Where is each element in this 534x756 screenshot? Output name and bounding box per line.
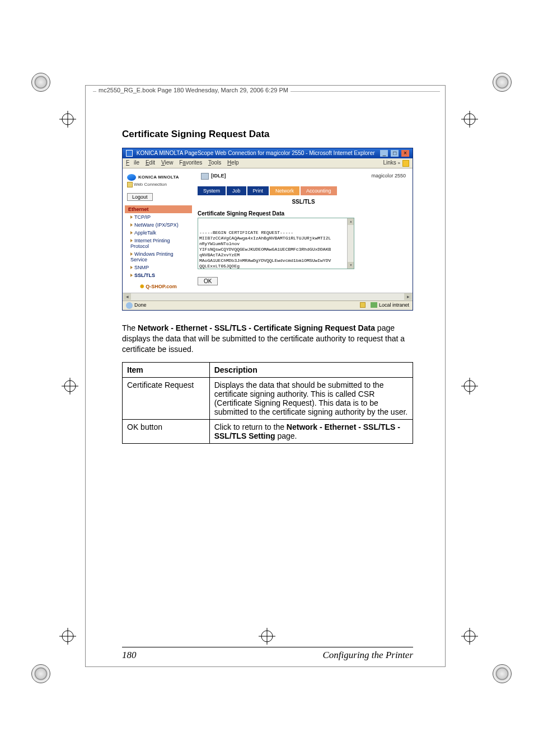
scroll-right-icon[interactable]: ▸ xyxy=(404,293,412,300)
menu-tools[interactable]: Tools xyxy=(208,159,221,166)
tab-print[interactable]: Print xyxy=(247,186,269,195)
browser-statusbar: Done Local intranet xyxy=(123,300,413,310)
globe-icon xyxy=(126,302,133,309)
csr-heading: Certificate Signing Request Data xyxy=(198,210,409,217)
sidebar-item-appletalk[interactable]: AppleTalk xyxy=(125,229,192,237)
status-zone: Local intranet xyxy=(360,302,409,309)
triangle-icon xyxy=(130,274,133,277)
table-row: Certificate Request Displays the data th… xyxy=(123,378,413,420)
printer-icon xyxy=(201,173,209,180)
pagescope-label: Web Connection xyxy=(127,182,192,187)
crop-mark-icon xyxy=(31,73,50,92)
ok-button[interactable]: OK xyxy=(198,277,218,285)
scrollbar[interactable]: ▴ ▾ xyxy=(347,218,354,269)
maximize-button[interactable]: □ xyxy=(391,150,399,157)
registration-mark-icon xyxy=(461,378,478,395)
menu-file[interactable]: File xyxy=(126,159,139,166)
sidebar-item-tcpip[interactable]: TCP/IP xyxy=(125,213,192,221)
cell-desc: Displays the data that should be submitt… xyxy=(209,378,413,420)
scroll-left-icon[interactable]: ◂ xyxy=(123,293,131,300)
footer-title: Configuring the Printer xyxy=(323,650,414,661)
top-tabs: System Job Print Network Accounting xyxy=(198,186,409,195)
tab-accounting[interactable]: Accounting xyxy=(301,186,337,195)
triangle-icon xyxy=(130,215,133,219)
csr-text: -----BEGIN CERTIFICATE REQUEST----- MIIB… xyxy=(199,230,353,269)
csr-textarea[interactable]: -----BEGIN CERTIFICATE REQUEST----- MIIB… xyxy=(198,218,354,269)
section-heading: Certificate Signing Request Data xyxy=(122,129,413,140)
triangle-icon xyxy=(130,231,133,234)
cell-item: OK button xyxy=(123,420,210,444)
crop-mark-icon xyxy=(31,664,50,683)
close-button[interactable]: × xyxy=(401,150,409,157)
links-bar[interactable]: Links » xyxy=(383,159,409,166)
konica-minolta-logo: KONICA MINOLTA xyxy=(127,174,192,181)
description-paragraph: The Network - Ethernet - SSL/TLS - Certi… xyxy=(122,323,413,355)
browser-window: KONICA MINOLTA PageScope Web Connection … xyxy=(122,148,413,311)
sidebar-item-ipp[interactable]: Internet Printing Protocol xyxy=(125,237,192,250)
tab-system[interactable]: System xyxy=(198,186,226,195)
triangle-icon xyxy=(130,266,133,269)
triangle-icon xyxy=(130,223,133,227)
lock-icon xyxy=(360,302,366,308)
sidebar-item-netware[interactable]: NetWare (IPX/SPX) xyxy=(125,221,192,229)
page-footer: 180 Configuring the Printer xyxy=(122,647,413,661)
window-titlebar: KONICA MINOLTA PageScope Web Connection … xyxy=(123,148,413,158)
horizontal-scrollbar[interactable]: ◂ ▸ xyxy=(123,293,413,300)
table-row: OK button Click to return to the Network… xyxy=(123,420,413,444)
spec-table: Item Description Certificate Request Dis… xyxy=(122,362,413,444)
qshop-link[interactable]: ✺Q-SHOP.com xyxy=(125,284,192,289)
page-subtitle: SSL/TLS xyxy=(198,199,409,205)
tab-job[interactable]: Job xyxy=(227,186,246,195)
window-buttons: _ □ × xyxy=(379,150,409,157)
minimize-button[interactable]: _ xyxy=(380,150,388,157)
triangle-icon xyxy=(130,239,133,242)
col-description: Description xyxy=(209,363,413,378)
intranet-icon xyxy=(371,302,377,308)
menu-view[interactable]: View xyxy=(161,159,174,166)
running-header: mc2550_RG_E.book Page 180 Wednesday, Mar… xyxy=(96,87,291,93)
registration-mark-icon xyxy=(461,111,478,129)
scroll-up-icon[interactable]: ▴ xyxy=(348,218,354,225)
menu-help[interactable]: Help xyxy=(227,159,239,166)
table-header-row: Item Description xyxy=(123,363,413,378)
sidebar-item-winprint[interactable]: Windows Printing Service xyxy=(125,250,192,264)
crop-mark-icon xyxy=(493,73,512,92)
registration-mark-icon xyxy=(461,628,478,646)
registration-mark-icon xyxy=(62,378,78,395)
page-number: 180 xyxy=(122,650,137,661)
col-item: Item xyxy=(123,363,210,378)
printer-model: magicolor 2550 xyxy=(371,173,406,180)
links-icon xyxy=(402,160,409,167)
sidebar: KONICA MINOLTA Web Connection Logout Eth… xyxy=(123,168,194,293)
cell-item: Certificate Request xyxy=(123,378,210,420)
window-title: KONICA MINOLTA PageScope Web Connection … xyxy=(126,150,375,157)
crop-mark-icon xyxy=(493,664,512,683)
menu-edit[interactable]: Edit xyxy=(146,159,155,166)
side-nav: Ethernet TCP/IP NetWare (IPX/SPX) AppleT… xyxy=(125,205,192,279)
status-done: Done xyxy=(126,302,147,309)
sidebar-header-ethernet: Ethernet xyxy=(125,205,192,213)
tab-network[interactable]: Network xyxy=(270,186,299,195)
registration-mark-icon xyxy=(59,628,76,646)
scroll-down-icon[interactable]: ▾ xyxy=(348,262,354,269)
browser-menubar: File Edit View Favorites Tools Help Link… xyxy=(123,158,413,168)
registration-mark-icon xyxy=(59,111,76,128)
pagescope-icon xyxy=(127,182,133,187)
logo-icon xyxy=(127,174,136,181)
menu-favorites[interactable]: Favorites xyxy=(179,159,202,166)
cell-desc: Click to return to the Network - Etherne… xyxy=(209,420,413,444)
main-panel: [IDLE] magicolor 2550 System Job Print N… xyxy=(194,168,413,293)
triangle-icon xyxy=(130,252,133,256)
printer-status: [IDLE] xyxy=(201,173,226,180)
brand-text: KONICA MINOLTA xyxy=(138,175,179,180)
breadcrumb-bold: Network - Ethernet - SSL/TLS - Certifica… xyxy=(138,323,375,332)
sidebar-item-ssltls[interactable]: SSL/TLS xyxy=(125,271,192,279)
ie-icon xyxy=(126,150,133,157)
sun-icon: ✺ xyxy=(140,284,144,289)
sidebar-item-snmp[interactable]: SNMP xyxy=(125,264,192,271)
logout-button[interactable]: Logout xyxy=(127,193,153,201)
